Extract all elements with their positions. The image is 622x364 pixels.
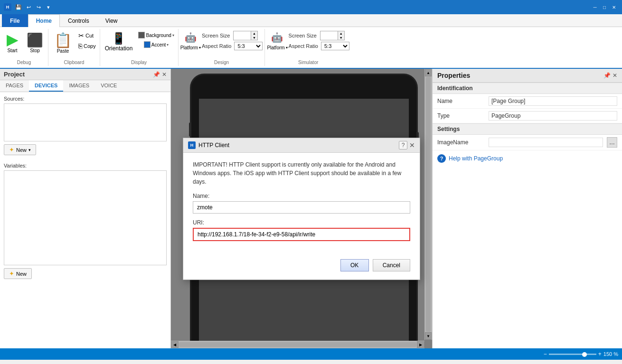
debug-group-label: Debug [17,59,31,66]
cancel-button[interactable]: Cancel [373,259,410,271]
help-link[interactable]: ? Help with PageGroup [433,150,622,167]
new-source-button[interactable]: ✦ New ▾ [4,144,36,155]
copy-icon: ⎘ [78,42,82,50]
bg-row: Background ▾ [138,32,174,38]
sim-screen-size-input[interactable]: 4.7 ▲ ▼ [320,31,345,40]
tab-devices[interactable]: DEVICES [29,80,63,92]
clipboard-group-label: Clipboard [64,59,84,66]
panel-pin-button[interactable]: 📌 [153,71,160,78]
modal-title-bar: H HTTP Client ? ✕ [183,138,420,153]
zoom-out-button[interactable]: − [544,351,547,357]
screen-size-field[interactable]: 4.7 [234,32,251,39]
props-close-button[interactable]: ✕ [613,72,617,79]
copy-label: Copy [84,43,96,49]
maximize-button[interactable]: □ [600,3,609,11]
tab-view[interactable]: View [97,14,126,27]
display-group-label: Display [131,59,147,66]
design-aspect-ratio-select[interactable]: 5:3 [234,42,263,50]
tab-controls[interactable]: Controls [60,14,97,27]
screen-size-spinbox-btns: ▲ ▼ [251,31,257,40]
orientation-label: Orientation [105,45,133,52]
name-input[interactable] [193,201,410,214]
help-icon: ? [437,154,446,163]
screen-size-down[interactable]: ▼ [251,36,257,40]
props-pin-button[interactable]: 📌 [603,72,611,79]
props-title-controls: 📌 ✕ [603,72,617,79]
tab-images[interactable]: IMAGES [63,80,95,92]
properties-panel: Properties 📌 ✕ Identification Name Type … [432,69,622,348]
design-screen-size-input[interactable]: 4.7 ▲ ▼ [233,31,258,40]
variables-label: Variables: [4,163,167,168]
sources-label: Sources: [4,96,167,102]
ribbon-group-display: 📱 Orientation Background ▾ Accent ▾ [100,29,179,66]
imagename-browse-button[interactable]: … [607,137,617,148]
name-key: Name [437,98,485,104]
customize-button[interactable]: ▾ [44,3,53,11]
cut-button[interactable]: ✂ Cut [76,31,98,40]
design-platform-label: Platform ▾ [180,45,201,50]
zoom-level-text: 150 % [603,351,618,357]
design-controls: Screen Size 4.7 ▲ ▼ Aspect Ratio 5:3 [202,31,263,50]
modal-app-icon: H [188,141,196,149]
new-variable-button[interactable]: ✦ New [4,268,32,279]
sim-screen-size-field[interactable]: 4.7 [320,32,338,39]
accent-button[interactable]: Accent ▾ [136,40,176,49]
tab-voice[interactable]: VOICE [95,80,123,92]
variables-section: Variables: ✦ New [0,159,170,348]
title-bar-left: H 💾 ↩ ↪ ▾ [4,3,53,11]
cut-label: Cut [85,33,94,38]
stop-button[interactable]: ⬛ Stop [24,31,46,54]
uri-field-group: URI: [193,219,410,241]
sim-screen-size-label: Screen Size [289,33,317,38]
zoom-in-button[interactable]: + [598,351,602,357]
paste-button[interactable]: 📋 Paste [50,31,75,55]
copy-button[interactable]: ⎘ Copy [76,41,98,51]
screen-size-up[interactable]: ▲ [251,31,257,36]
type-value-input[interactable] [489,111,617,121]
start-button[interactable]: ▶ Start [2,31,23,54]
zoom-slider[interactable] [549,354,596,355]
http-client-modal: H HTTP Client ? ✕ IMPORTANT! HTTP Client… [183,138,420,280]
cut-icon: ✂ [78,32,84,39]
minimize-button[interactable]: ─ [591,3,599,11]
background-button[interactable]: Background ▾ [136,31,176,39]
ok-button[interactable]: OK [340,259,369,271]
sim-size-up[interactable]: ▲ [338,31,344,36]
ribbon-group-clipboard: 📋 Paste ✂ Cut ⎘ Copy Clipboard [48,29,100,66]
sim-aspect-ratio-select[interactable]: 5:3 [321,42,349,50]
sim-size-down[interactable]: ▼ [338,36,344,40]
modal-help-button[interactable]: ? [399,141,407,149]
tab-home[interactable]: Home [28,14,60,27]
stop-label: Stop [30,48,40,53]
undo-button[interactable]: ↩ [24,3,33,11]
panel-close-button[interactable]: ✕ [162,71,167,78]
bg-accent-buttons: Background ▾ Accent ▾ [136,31,176,49]
new-source-icon: ✦ [9,146,14,153]
zoom-thumb[interactable] [582,352,587,357]
modal-title-text: HTTP Client [198,142,229,149]
ribbon-group-debug: ▶ Start ⬛ Stop Debug [0,29,48,66]
ribbon-content: ▶ Start ⬛ Stop Debug 📋 Paste ✂ Cut ⎘ [0,27,622,69]
platform-arrow: ▾ [199,46,201,50]
close-button[interactable]: ✕ [610,3,618,11]
save-button[interactable]: 💾 [14,3,23,11]
tab-pages[interactable]: PAGES [0,80,29,92]
design-screen-size-row: Screen Size 4.7 ▲ ▼ [202,31,263,40]
uri-input[interactable] [193,228,410,241]
sim-platform-arrow: ▾ [286,46,288,50]
start-icon: ▶ [7,32,19,47]
accent-row: Accent ▾ [144,41,169,48]
ribbon-group-simulator: 🤖 Platform ▾ Screen Size 4.7 ▲ ▼ [265,29,351,66]
ribbon-tabs: File Home Controls View [0,14,622,27]
canvas-area: ▲ ▼ ◀ ▶ H HTTP Client ? ✕ [171,69,432,348]
tab-file[interactable]: File [2,14,28,27]
imagename-value-input[interactable] [489,138,603,147]
redo-button[interactable]: ↪ [34,3,43,11]
sources-list [4,103,167,141]
display-items: 📱 Orientation Background ▾ Accent ▾ [102,31,176,59]
orientation-button[interactable]: 📱 Orientation [102,31,136,53]
name-value-input[interactable] [489,96,617,106]
new-var-icon: ✦ [9,270,14,277]
paste-icon: 📋 [54,32,72,48]
modal-close-button[interactable]: ✕ [409,141,415,149]
